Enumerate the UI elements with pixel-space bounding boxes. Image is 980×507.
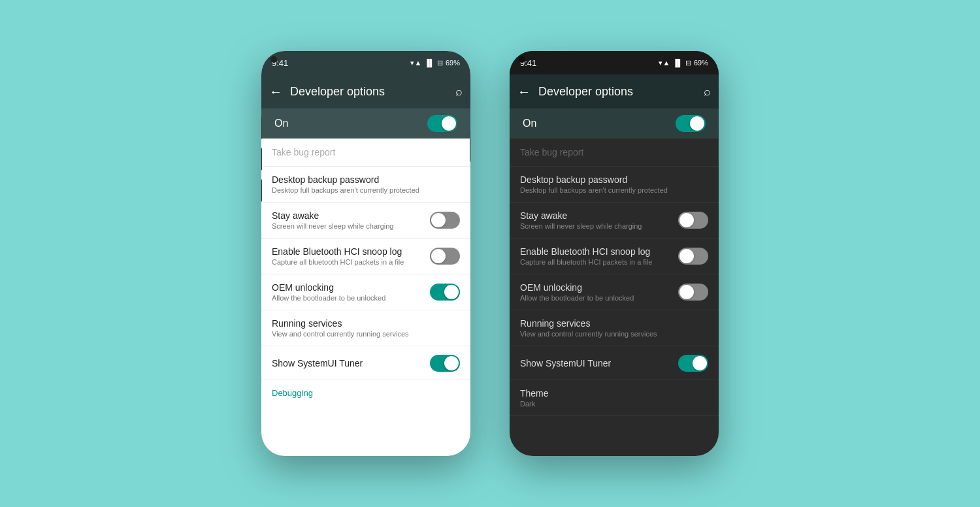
- stay-awake-toggle-dark[interactable]: [678, 212, 708, 229]
- toolbar-dark: ← Developer options ⌕: [510, 74, 719, 108]
- signal-icon-light: ▐▌: [424, 59, 434, 67]
- stay-awake-text-light: Stay awake Screen will never sleep while…: [272, 210, 430, 230]
- content-light: Take bug report Desktop backup password …: [261, 139, 470, 406]
- volume-up-light: [261, 116, 262, 139]
- oem-unlocking-light[interactable]: OEM unlocking Allow the bootloader to be…: [261, 274, 470, 310]
- bluetooth-hci-toggle-light[interactable]: [430, 248, 460, 265]
- bluetooth-hci-dark[interactable]: Enable Bluetooth HCI snoop log Capture a…: [510, 238, 719, 274]
- toolbar-light: ← Developer options ⌕: [261, 74, 470, 108]
- camera-notch-light: [270, 56, 277, 63]
- battery-percent-dark: 69%: [694, 59, 708, 67]
- developer-toggle-dark[interactable]: [676, 115, 706, 132]
- oem-unlocking-knob-light: [444, 285, 459, 299]
- running-services-subtitle-dark: View and control currently running servi…: [520, 330, 708, 338]
- bluetooth-hci-text-light: Enable Bluetooth HCI snoop log Capture a…: [272, 246, 430, 266]
- stay-awake-light[interactable]: Stay awake Screen will never sleep while…: [261, 203, 470, 238]
- phone-dark: 9:41 ▾▲ ▐▌ ⊟ 69% ← Developer options ⌕ O…: [510, 51, 719, 456]
- take-bug-report-dark[interactable]: Take bug report: [510, 139, 719, 167]
- theme-title-dark: Theme: [520, 388, 708, 399]
- battery-icon-light: ⊟: [437, 59, 443, 67]
- status-icons-dark: ▾▲ ▐▌ ⊟ 69%: [659, 59, 708, 67]
- systemui-tuner-text-dark: Show SystemUI Tuner: [520, 358, 678, 368]
- systemui-tuner-dark[interactable]: Show SystemUI Tuner: [510, 346, 719, 380]
- camera-notch-dark: [519, 56, 525, 63]
- theme-text-dark: Theme Dark: [520, 388, 708, 408]
- toggle-knob-dark: [690, 116, 704, 131]
- systemui-tuner-toggle-dark[interactable]: [678, 355, 708, 372]
- running-services-text-dark: Running services View and control curren…: [520, 318, 708, 338]
- desktop-backup-subtitle-dark: Desktop full backups aren't currently pr…: [520, 186, 708, 194]
- wifi-icon-light: ▾▲: [410, 59, 421, 67]
- systemui-tuner-light[interactable]: Show SystemUI Tuner: [261, 346, 470, 380]
- bluetooth-hci-subtitle-dark: Capture all bluetooth HCI packets in a f…: [520, 258, 678, 266]
- oem-unlocking-subtitle-dark: Allow the bootloader to be unlocked: [520, 294, 678, 302]
- volume-down-light: [261, 148, 262, 171]
- stay-awake-knob-dark: [679, 213, 694, 227]
- running-services-title-dark: Running services: [520, 318, 708, 329]
- bluetooth-hci-toggle-dark[interactable]: [678, 248, 708, 265]
- stay-awake-dark[interactable]: Stay awake Screen will never sleep while…: [510, 203, 719, 238]
- systemui-tuner-knob-dark: [693, 356, 707, 370]
- back-button-light[interactable]: ←: [269, 84, 282, 99]
- power-button-light: [470, 129, 470, 162]
- oem-unlocking-knob-dark: [679, 285, 694, 299]
- phone-light: 9:41 ▾▲ ▐▌ ⊟ 69% ← Developer options ⌕ O…: [261, 51, 470, 456]
- content-dark: Take bug report Desktop backup password …: [510, 139, 719, 416]
- back-button-dark[interactable]: ←: [517, 84, 531, 99]
- stay-awake-title-dark: Stay awake: [520, 210, 678, 221]
- stay-awake-knob-light: [431, 213, 446, 227]
- oem-unlocking-title-dark: OEM unlocking: [520, 282, 678, 293]
- stay-awake-toggle-light[interactable]: [430, 212, 460, 229]
- battery-percent-light: 69%: [446, 59, 460, 67]
- running-services-light[interactable]: Running services View and control curren…: [261, 310, 470, 346]
- status-bar-dark: 9:41 ▾▲ ▐▌ ⊟ 69%: [510, 51, 719, 74]
- running-services-dark[interactable]: Running services View and control curren…: [510, 310, 719, 346]
- stay-awake-subtitle-dark: Screen will never sleep while charging: [520, 222, 678, 230]
- on-label-light: On: [274, 118, 288, 129]
- bluetooth-hci-title-light: Enable Bluetooth HCI snoop log: [272, 246, 430, 257]
- wifi-icon-dark: ▾▲: [659, 59, 670, 67]
- systemui-tuner-text-light: Show SystemUI Tuner: [272, 358, 430, 368]
- bluetooth-hci-knob-dark: [679, 249, 694, 263]
- desktop-backup-light[interactable]: Desktop backup password Desktop full bac…: [261, 167, 470, 203]
- systemui-tuner-toggle-light[interactable]: [430, 355, 460, 372]
- desktop-backup-dark[interactable]: Desktop backup password Desktop full bac…: [510, 167, 719, 203]
- toggle-knob-light: [442, 116, 456, 131]
- on-bar-dark: On: [510, 108, 719, 139]
- take-bug-report-light[interactable]: Take bug report: [261, 139, 470, 167]
- systemui-tuner-title-light: Show SystemUI Tuner: [272, 358, 430, 368]
- oem-unlocking-dark[interactable]: OEM unlocking Allow the bootloader to be…: [510, 274, 719, 310]
- bluetooth-hci-title-dark: Enable Bluetooth HCI snoop log: [520, 246, 678, 257]
- systemui-tuner-title-dark: Show SystemUI Tuner: [520, 358, 678, 368]
- toolbar-title-dark: Developer options: [538, 85, 696, 99]
- on-bar-light: On: [261, 108, 470, 139]
- bluetooth-hci-subtitle-light: Capture all bluetooth HCI packets in a f…: [272, 258, 430, 266]
- developer-toggle-light[interactable]: [427, 115, 457, 132]
- on-label-dark: On: [523, 118, 536, 129]
- stay-awake-title-light: Stay awake: [272, 210, 430, 221]
- debugging-section-light: Debugging: [261, 380, 470, 406]
- desktop-backup-text-light: Desktop backup password Desktop full bac…: [272, 174, 460, 194]
- mute-button-dark: [510, 179, 510, 202]
- oem-unlocking-title-light: OEM unlocking: [272, 282, 430, 293]
- stay-awake-text-dark: Stay awake Screen will never sleep while…: [520, 210, 678, 230]
- running-services-subtitle-light: View and control currently running servi…: [272, 330, 460, 338]
- desktop-backup-subtitle-light: Desktop full backups aren't currently pr…: [272, 186, 460, 194]
- bluetooth-hci-light[interactable]: Enable Bluetooth HCI snoop log Capture a…: [261, 238, 470, 274]
- volume-up-dark: [510, 116, 510, 139]
- take-bug-report-text-dark: Take bug report: [520, 147, 583, 157]
- bluetooth-hci-text-dark: Enable Bluetooth HCI snoop log Capture a…: [520, 246, 678, 266]
- desktop-backup-title-dark: Desktop backup password: [520, 174, 708, 185]
- search-button-dark[interactable]: ⌕: [704, 85, 711, 99]
- oem-unlocking-toggle-dark[interactable]: [678, 284, 708, 301]
- oem-unlocking-toggle-light[interactable]: [430, 284, 460, 301]
- volume-down-dark: [510, 148, 510, 171]
- search-button-light[interactable]: ⌕: [455, 85, 463, 99]
- oem-unlocking-text-light: OEM unlocking Allow the bootloader to be…: [272, 282, 430, 302]
- systemui-tuner-knob-light: [444, 356, 459, 370]
- toolbar-title-light: Developer options: [290, 85, 448, 99]
- theme-item-dark[interactable]: Theme Dark: [510, 380, 719, 416]
- desktop-backup-title-light: Desktop backup password: [272, 174, 460, 185]
- theme-subtitle-dark: Dark: [520, 400, 708, 408]
- bluetooth-hci-knob-light: [431, 249, 446, 263]
